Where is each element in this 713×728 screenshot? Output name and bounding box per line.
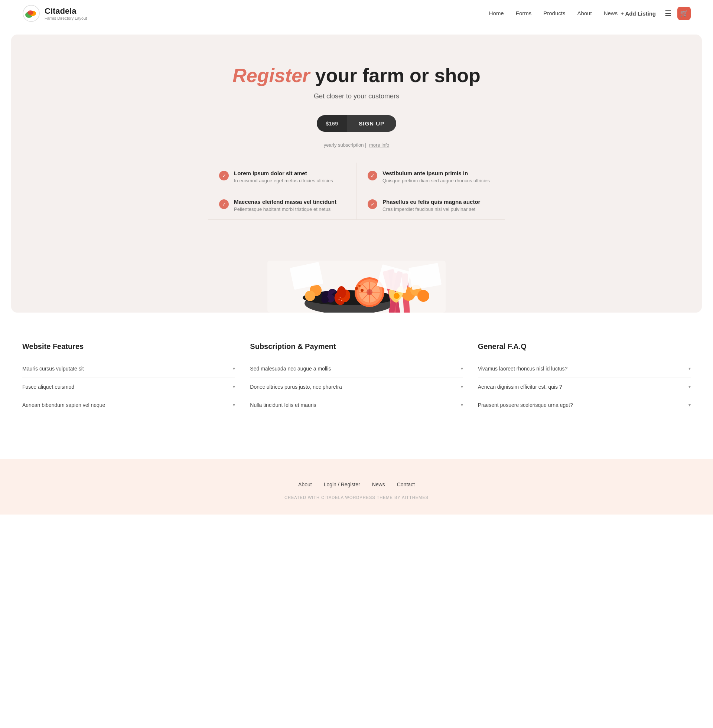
- faq-item-3-2[interactable]: Aenean dignissim efficitur est, quis ? ▾: [478, 378, 691, 396]
- spacer: [0, 436, 713, 459]
- nav-item-home[interactable]: Home: [489, 10, 504, 16]
- chevron-down-icon-1-2: ▾: [233, 384, 235, 389]
- site-header: Citadela Farms Directory Layout Home For…: [0, 0, 713, 27]
- feature-item-1: ✓ Lorem ipsum dolor sit amet In euismod …: [208, 162, 356, 191]
- chevron-down-icon-1-1: ▾: [233, 366, 235, 371]
- chevron-down-icon-2-1: ▾: [461, 366, 463, 371]
- hero-subtitle: Get closer to your customers: [26, 92, 687, 100]
- logo-icon: [22, 4, 40, 22]
- feature-item-2: ✓ Vestibulum ante ipsum primis in Quisqu…: [356, 162, 505, 191]
- logo-title: Citadela: [45, 6, 87, 16]
- faq-column-general: General F.A.Q Vivamus laoreet rhoncus ni…: [478, 342, 691, 414]
- cta-note-text: yearly subscription |: [324, 142, 367, 148]
- price-badge: $169: [317, 115, 347, 132]
- nav-item-about[interactable]: About: [577, 10, 592, 16]
- feature-desc-4: Cras imperdiet faucibus nisi vel pulvina…: [382, 206, 480, 212]
- svg-point-40: [355, 287, 358, 290]
- feature-title-4: Phasellus eu felis quis magna auctor: [382, 199, 480, 205]
- check-icon-3: ✓: [219, 199, 229, 209]
- feature-title-2: Vestibulum ante ipsum primis in: [382, 170, 490, 176]
- faq-item-text-3-1: Vivamus laoreet rhoncus nisl id luctus?: [478, 366, 568, 372]
- fruit-image-area: [26, 238, 687, 313]
- faq-column-title-2: Subscription & Payment: [250, 342, 463, 351]
- footer-nav-news[interactable]: News: [372, 481, 385, 487]
- faq-item-text-1-3: Aenean bibendum sapien vel neque: [22, 402, 105, 408]
- fruit-illustration: [267, 238, 446, 313]
- footer-credit: Created with Citadela WordPress Theme by…: [15, 495, 698, 500]
- check-icon-1: ✓: [219, 171, 229, 180]
- svg-point-33: [305, 291, 315, 301]
- svg-point-42: [361, 289, 364, 292]
- signup-button[interactable]: SIGN UP: [347, 115, 396, 132]
- main-nav: Home Forms Products About News: [489, 10, 618, 17]
- cart-icon: 🛒: [680, 9, 688, 18]
- svg-point-3: [27, 10, 33, 15]
- svg-point-26: [367, 289, 373, 295]
- svg-point-17: [339, 299, 340, 300]
- chevron-down-icon-3-1: ▾: [689, 366, 691, 371]
- chevron-down-icon-3-3: ▾: [689, 402, 691, 408]
- faq-item-2-2[interactable]: Donec ultrices purus justo, nec pharetra…: [250, 378, 463, 396]
- faq-section: Website Features Mauris cursus vulputate…: [0, 320, 713, 436]
- footer-nav-contact[interactable]: Contact: [397, 481, 415, 487]
- hamburger-icon: ☰: [665, 9, 671, 18]
- faq-item-text-2-1: Sed malesuada nec augue a mollis: [250, 366, 331, 372]
- svg-point-41: [358, 285, 361, 287]
- svg-point-36: [418, 290, 429, 302]
- faq-item-1-2[interactable]: Fusce aliquet euismod ▾: [22, 378, 235, 396]
- svg-point-12: [321, 296, 329, 303]
- feature-title-3: Maecenas eleifend massa vel tincidunt: [234, 199, 336, 205]
- nav-item-news[interactable]: News: [604, 10, 618, 16]
- header-icons: ☰ 🛒: [665, 7, 691, 20]
- footer-nav-login[interactable]: Login / Register: [324, 481, 360, 487]
- logo-subtitle: Farms Directory Layout: [45, 16, 87, 21]
- check-icon-4: ✓: [368, 199, 377, 209]
- footer-nav-about[interactable]: About: [298, 481, 312, 487]
- faq-item-3-1[interactable]: Vivamus laoreet rhoncus nisl id luctus? …: [478, 360, 691, 378]
- hamburger-button[interactable]: ☰: [665, 9, 671, 18]
- svg-point-39: [394, 293, 400, 299]
- faq-item-text-3-3: Praesent posuere scelerisque urna eget?: [478, 402, 573, 408]
- hero-title-rest: your farm or shop: [315, 65, 480, 86]
- faq-item-2-3[interactable]: Nulla tincidunt felis et mauris ▾: [250, 396, 463, 414]
- footer-nav: About Login / Register News Contact: [15, 481, 698, 488]
- hero-section: Register your farm or shop Get closer to…: [11, 34, 702, 313]
- cart-button[interactable]: 🛒: [677, 7, 691, 20]
- cta-note: yearly subscription | more info: [26, 142, 687, 148]
- nav-list: Home Forms Products About News: [489, 10, 618, 17]
- chevron-down-icon-1-3: ▾: [233, 402, 235, 408]
- faq-item-1-3[interactable]: Aenean bibendum sapien vel neque ▾: [22, 396, 235, 414]
- feature-title-1: Lorem ipsum dolor sit amet: [234, 170, 333, 176]
- nav-item-products[interactable]: Products: [543, 10, 565, 16]
- feature-desc-3: Pellentesque habitant morbi tristique et…: [234, 206, 336, 212]
- faq-item-text-3-2: Aenean dignissim efficitur est, quis ?: [478, 384, 562, 390]
- faq-item-3-3[interactable]: Praesent posuere scelerisque urna eget? …: [478, 396, 691, 414]
- nav-item-forms[interactable]: Forms: [516, 10, 532, 16]
- faq-item-1-1[interactable]: Mauris cursus vulputate sit ▾: [22, 360, 235, 378]
- more-info-link[interactable]: more info: [369, 142, 389, 148]
- feature-item-3: ✓ Maecenas eleifend massa vel tincidunt …: [208, 191, 356, 220]
- faq-item-text-2-2: Donec ultrices purus justo, nec pharetra: [250, 384, 342, 390]
- check-icon-2: ✓: [368, 171, 377, 180]
- chevron-down-icon-2-3: ▾: [461, 402, 463, 408]
- svg-point-18: [341, 300, 342, 301]
- faq-column-title-3: General F.A.Q: [478, 342, 691, 351]
- logo-area[interactable]: Citadela Farms Directory Layout: [22, 4, 87, 22]
- faq-column-title-1: Website Features: [22, 342, 235, 351]
- feature-desc-2: Quisque pretium diam sed augue rhoncus u…: [382, 178, 490, 183]
- hero-title: Register your farm or shop: [26, 64, 687, 86]
- faq-column-subscription: Subscription & Payment Sed malesuada nec…: [250, 342, 463, 414]
- faq-column-website-features: Website Features Mauris cursus vulputate…: [22, 342, 235, 414]
- faq-item-2-1[interactable]: Sed malesuada nec augue a mollis ▾: [250, 360, 463, 378]
- faq-item-text-1-1: Mauris cursus vulputate sit: [22, 366, 84, 372]
- chevron-down-icon-3-2: ▾: [689, 384, 691, 389]
- add-listing-button[interactable]: + Add Listing: [621, 10, 656, 17]
- features-grid: ✓ Lorem ipsum dolor sit amet In euismod …: [208, 162, 505, 235]
- chevron-down-icon-2-2: ▾: [461, 384, 463, 389]
- svg-point-16: [340, 297, 341, 298]
- feature-desc-1: In euismod augue eget metus ultricies ul…: [234, 178, 333, 183]
- hero-title-highlight: Register: [233, 65, 310, 86]
- faq-item-text-2-3: Nulla tincidunt felis et mauris: [250, 402, 316, 408]
- cta-container: $169 SIGN UP: [317, 115, 396, 132]
- site-footer: About Login / Register News Contact Crea…: [0, 459, 713, 515]
